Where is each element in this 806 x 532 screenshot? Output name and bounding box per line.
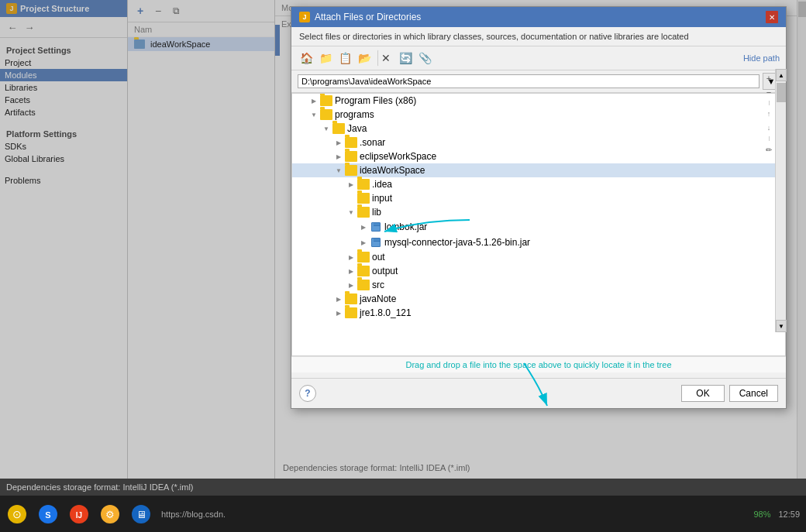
expand-program-files[interactable] [308, 97, 320, 105]
path-input[interactable] [298, 74, 760, 88]
vt-divider [769, 101, 770, 105]
folder-icon-program-files [320, 95, 332, 106]
svg-text:⊙: ⊙ [12, 508, 22, 520]
label-sonar: .sonar [360, 137, 385, 148]
folder-icon-java [332, 123, 345, 134]
help-button[interactable]: ? [299, 385, 316, 402]
folder-open-btn[interactable]: 📁 [317, 50, 334, 67]
expand-dotidea[interactable] [345, 180, 357, 188]
tree-item-idea-workspace[interactable]: ideaWorkSpace [292, 163, 785, 177]
tree-item-java[interactable]: Java [292, 122, 785, 136]
tree-item-program-files[interactable]: Program Files (x86) [292, 94, 785, 108]
label-idea-workspace: ideaWorkSpace [360, 165, 425, 176]
scroll-up-btn[interactable]: ▲ [776, 69, 787, 81]
expand-idea-workspace[interactable] [332, 166, 345, 174]
ok-button[interactable]: OK [681, 385, 724, 402]
status-text: Dependencies storage format: IntelliJ ID… [6, 482, 194, 492]
taskbar-btn-5[interactable]: 🖥 [127, 500, 155, 528]
scroll-track [776, 81, 786, 320]
expand-out[interactable] [345, 253, 357, 261]
hide-path-link[interactable]: Hide path [743, 53, 780, 63]
tree-item-jre[interactable]: jre1.8.0_121 [292, 306, 785, 320]
tree-item-lib[interactable]: lib [292, 205, 785, 219]
jar-icon-mysql [370, 236, 382, 249]
tree-item-src[interactable]: src [292, 278, 785, 292]
folder-icon-programs [320, 109, 332, 120]
taskbar-btn-3[interactable]: IJ [65, 500, 93, 528]
scroll-down-btn[interactable]: ▼ [776, 320, 787, 332]
tree-item-out[interactable]: out [292, 250, 785, 264]
label-input: input [372, 193, 392, 204]
expand-javanote[interactable] [332, 295, 345, 303]
refresh-btn[interactable]: 🔄 [397, 50, 414, 67]
new-folder-btn[interactable]: 📂 [356, 50, 373, 67]
path-input-row: ▼ [291, 70, 786, 93]
label-dotidea: .idea [372, 179, 392, 190]
svg-text:S: S [45, 510, 50, 520]
modal-close-button[interactable]: ✕ [766, 11, 778, 23]
expand-eclipse[interactable] [332, 153, 345, 160]
expand-lib[interactable] [345, 208, 357, 216]
copy-path-btn[interactable]: 📋 [336, 50, 353, 67]
expand-src[interactable] [345, 281, 357, 289]
folder-icon-idea-workspace [345, 165, 357, 176]
folder-icon-dotidea [357, 179, 370, 190]
modal-footer: ? OK Cancel [291, 378, 786, 408]
modal-title-left: J Attach Files or Directories [299, 12, 421, 22]
label-lib: lib [372, 207, 381, 218]
modal-tool-btn-2[interactable]: − [763, 86, 775, 98]
svg-text:⚙: ⚙ [105, 509, 115, 520]
delete-btn[interactable]: ✕ [377, 50, 394, 67]
expand-jre[interactable] [332, 309, 345, 317]
file-tree[interactable]: Program Files (x86) programs Java .sonar [291, 93, 786, 356]
taskbar-btn-1[interactable]: ⊙ [3, 500, 31, 528]
modal-tool-btn-1[interactable]: + [763, 72, 775, 84]
expand-programs[interactable] [308, 111, 320, 118]
home-btn[interactable]: 🏠 [298, 50, 315, 67]
tree-item-sonar[interactable]: .sonar [292, 136, 785, 149]
label-lombok: lombok.jar [384, 221, 427, 232]
clock: 12:59 [778, 510, 803, 519]
expand-lombok[interactable] [357, 223, 370, 231]
label-mysql-connector: mysql-connector-java-5.1.26-bin.jar [384, 237, 530, 248]
tree-item-input[interactable]: ▶ input [292, 191, 785, 205]
label-jre: jre1.8.0_121 [360, 307, 412, 318]
tree-item-programs[interactable]: programs [292, 108, 785, 122]
drag-hint: Drag and drop a file into the space abov… [291, 356, 786, 372]
svg-text:IJ: IJ [76, 511, 82, 520]
svg-text:🖥: 🖥 [136, 509, 146, 520]
folder-icon-sonar [345, 137, 357, 148]
folder-icon-eclipse [345, 151, 357, 162]
jar-icon-lombok [370, 221, 382, 233]
taskbar-btn-4[interactable]: ⚙ [96, 500, 124, 528]
tree-item-mysql-connector[interactable]: mysql-connector-java-5.1.26-bin.jar [292, 235, 785, 250]
expand-java[interactable] [320, 125, 332, 132]
tree-item-output[interactable]: output [292, 264, 785, 278]
folder-icon-lib [357, 207, 370, 218]
label-eclipse: eclipseWorkSpace [360, 151, 436, 162]
folder-icon-javanote [345, 293, 357, 304]
modal-side-tools: + − ↑ ↓ ✏ [763, 69, 775, 156]
folder-icon-output [357, 266, 370, 276]
expand-output[interactable] [345, 267, 357, 275]
dialog-icon: J [299, 12, 310, 22]
footer-buttons: OK Cancel [681, 385, 778, 402]
tree-item-lombok[interactable]: lombok.jar [292, 219, 785, 235]
scroll-thumb [777, 83, 786, 102]
modal-tool-btn-4[interactable]: ↓ [763, 122, 775, 134]
expand-mysql-connector[interactable] [357, 239, 370, 246]
label-src: src [372, 280, 384, 290]
tree-item-eclipse[interactable]: eclipseWorkSpace [292, 149, 785, 163]
tree-item-javanote[interactable]: javaNote [292, 292, 785, 306]
tree-item-dotidea[interactable]: .idea [292, 177, 785, 191]
label-java: Java [347, 123, 367, 134]
folder-icon-out [357, 252, 370, 263]
cancel-button[interactable]: Cancel [729, 385, 778, 402]
link-btn[interactable]: 📎 [416, 50, 433, 67]
taskbar-btn-2[interactable]: S [34, 500, 62, 528]
modal-scrollbar[interactable]: ▲ ▼ [775, 69, 786, 332]
expand-sonar[interactable] [332, 139, 345, 146]
modal-toolbar: 🏠 📁 📋 📂 ✕ 🔄 📎 Hide path [291, 46, 786, 70]
modal-tool-btn-5[interactable]: ✏ [763, 143, 775, 156]
modal-tool-btn-3[interactable]: ↑ [763, 108, 775, 120]
